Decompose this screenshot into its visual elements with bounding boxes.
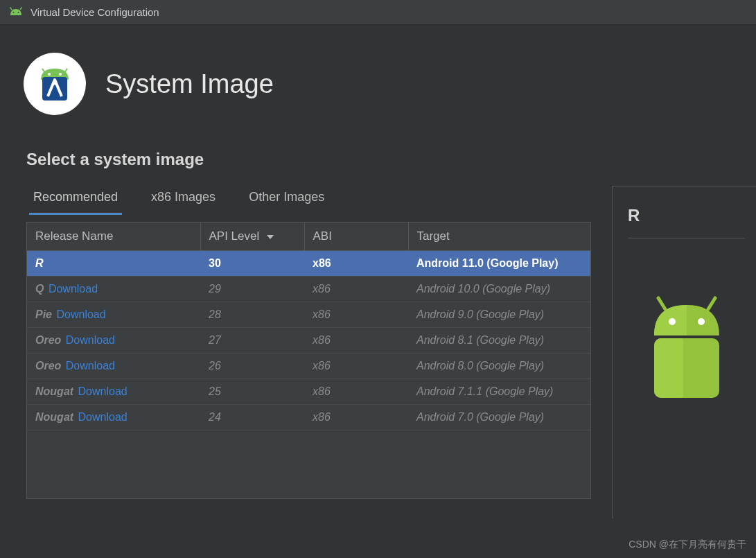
col-target[interactable]: Target [408,223,590,251]
download-link[interactable]: Download [49,283,98,295]
titlebar: Virtual Device Configuration [0,0,756,25]
release-name-label: R [35,257,44,270]
col-abi-label: ABI [313,229,332,243]
release-name-label: Q [35,283,44,295]
cell-target: Android 8.0 (Google Play) [408,354,590,379]
cell-abi: x86 [304,354,408,379]
svg-point-7 [59,73,62,76]
col-api-level[interactable]: API Level [200,223,304,251]
table-row[interactable]: Nougat Download24x86Android 7.0 (Google … [27,405,590,430]
svg-point-0 [13,12,15,13]
cell-api-level: 28 [200,302,304,328]
cell-api-level: 27 [200,328,304,354]
tab-x86-images[interactable]: x86 Images [147,186,220,215]
cell-api-level: 26 [200,354,304,379]
col-release-name[interactable]: Release Name [27,223,200,251]
svg-line-2 [10,7,12,10]
detail-pane: R [612,186,756,518]
release-name-label: Oreo [35,334,61,347]
table-row[interactable]: Nougat Download25x86Android 7.1.1 (Googl… [27,379,590,405]
cell-target: Android 8.1 (Google Play) [408,328,590,354]
table-row[interactable]: Oreo Download27x86Android 8.1 (Google Pl… [27,328,590,354]
window-title: Virtual Device Configuration [30,6,159,18]
cell-release-name: Oreo Download [27,328,200,354]
images-pane: Recommendedx86 ImagesOther Images Releas… [26,186,591,518]
cell-target: Android 10.0 (Google Play) [408,277,590,302]
svg-rect-16 [683,338,687,398]
cell-abi: x86 [304,328,408,354]
svg-line-3 [20,7,22,10]
cell-api-level: 30 [200,251,304,277]
android-logo-icon [8,6,24,19]
studio-logo-icon [24,53,86,115]
release-name-label: Nougat [35,385,73,398]
cell-abi: x86 [304,405,408,430]
download-link[interactable]: Download [66,334,115,346]
cell-api-level: 29 [200,277,304,302]
cell-target: Android 7.1.1 (Google Play) [408,379,590,405]
cell-release-name: R [27,251,200,277]
detail-title: R [628,206,745,238]
svg-rect-15 [654,338,687,398]
download-link[interactable]: Download [66,360,115,372]
cell-api-level: 25 [200,379,304,405]
release-name-label: Pie [35,308,52,321]
download-link[interactable]: Download [78,411,128,423]
cell-release-name: Oreo Download [27,354,200,379]
cell-api-level: 24 [200,405,304,430]
col-release-name-label: Release Name [35,229,113,243]
release-name-label: Nougat [35,411,73,424]
download-link[interactable]: Download [56,308,105,320]
svg-point-13 [698,318,705,325]
col-abi[interactable]: ABI [304,223,408,251]
page-title: System Image [105,69,274,99]
cell-release-name: Nougat Download [27,379,200,405]
table-row[interactable]: Oreo Download26x86Android 8.0 (Google Pl… [27,354,590,379]
cell-release-name: Nougat Download [27,405,200,430]
cell-target: Android 11.0 (Google Play) [408,251,590,277]
cell-release-name: Pie Download [27,302,200,328]
table-row[interactable]: Q Download29x86Android 10.0 (Google Play… [27,277,590,302]
svg-point-9 [53,80,58,85]
table-row[interactable]: R30x86Android 11.0 (Google Play) [27,251,590,277]
svg-point-1 [18,12,19,13]
col-api-level-label: API Level [209,229,260,243]
tab-recommended[interactable]: Recommended [29,186,122,215]
table-row[interactable]: Pie Download28x86Android 9.0 (Google Pla… [27,302,590,328]
content-area: System Image Select a system image Recom… [0,25,756,558]
page-header: System Image [0,25,756,136]
svg-point-6 [48,73,51,76]
images-table: Release Name API Level ABI Target [27,223,590,430]
cell-abi: x86 [304,379,408,405]
svg-line-11 [708,298,715,309]
download-link[interactable]: Download [78,385,128,397]
tab-other-images[interactable]: Other Images [245,186,328,215]
cell-abi: x86 [304,251,408,277]
sort-desc-icon [267,235,274,239]
cell-target: Android 7.0 (Google Play) [408,405,590,430]
images-table-wrap: Release Name API Level ABI Target [26,222,591,499]
svg-point-12 [669,318,676,325]
svg-line-10 [658,298,665,309]
cell-release-name: Q Download [27,277,200,302]
col-target-label: Target [417,229,450,243]
android-robot-icon [642,294,732,398]
section-label: Select a system image [0,136,756,186]
cell-abi: x86 [304,302,408,328]
cell-target: Android 9.0 (Google Play) [408,302,590,328]
release-name-label: Oreo [35,360,61,372]
image-tabs: Recommendedx86 ImagesOther Images [26,186,591,215]
cell-abi: x86 [304,277,408,302]
